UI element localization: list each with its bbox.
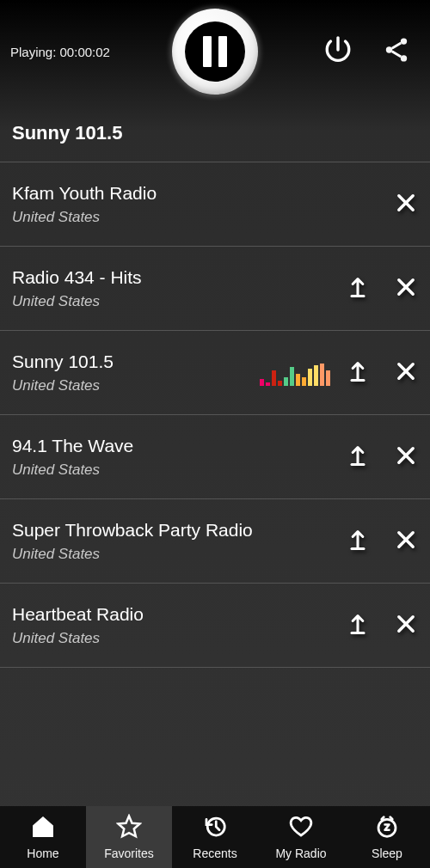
playing-status: Playing: 00:00:02 [10, 45, 110, 59]
remove-icon[interactable] [394, 275, 418, 303]
station-subtitle: United States [12, 462, 346, 479]
remove-icon[interactable] [394, 359, 418, 387]
favorites-icon [116, 814, 142, 843]
recents-icon [202, 814, 228, 843]
favorites-list: Kfam Youth Radio United States Radio 434… [0, 162, 430, 668]
sleep-icon [374, 814, 400, 843]
nav-label: Recents [193, 847, 236, 860]
station-row[interactable]: Heartbeat Radio United States [0, 584, 430, 668]
station-row[interactable]: 94.1 The Wave United States [0, 415, 430, 499]
station-subtitle: United States [12, 209, 394, 226]
remove-icon[interactable] [394, 528, 418, 555]
share-icon[interactable] [382, 35, 411, 68]
pause-button[interactable] [172, 9, 258, 95]
station-subtitle: United States [12, 293, 346, 310]
power-icon[interactable] [323, 35, 353, 68]
station-subtitle: United States [12, 377, 260, 394]
pause-icon [185, 21, 245, 82]
nav-recents[interactable]: Recents [172, 806, 258, 868]
nav-myradio[interactable]: My Radio [258, 806, 344, 868]
station-name: Super Throwback Party Radio [12, 520, 346, 541]
nav-sleep[interactable]: Sleep [344, 806, 430, 868]
nav-label: Home [27, 847, 58, 860]
station-row[interactable]: Super Throwback Party Radio United State… [0, 499, 430, 584]
nav-label: Sleep [372, 847, 402, 860]
nav-label: My Radio [275, 847, 326, 860]
station-name: Sunny 101.5 [12, 351, 260, 372]
station-name: 94.1 The Wave [12, 436, 346, 456]
remove-icon[interactable] [394, 443, 418, 471]
pin-icon[interactable] [346, 359, 370, 387]
remove-icon[interactable] [394, 612, 418, 639]
nav-home[interactable]: Home [0, 806, 86, 868]
station-name: Heartbeat Radio [12, 604, 346, 625]
station-subtitle: United States [12, 630, 346, 647]
station-subtitle: United States [12, 546, 346, 563]
myradio-icon [288, 814, 314, 843]
svg-point-0 [401, 38, 407, 44]
pin-icon[interactable] [346, 275, 370, 303]
now-playing-title: Sunny 101.5 [0, 103, 430, 162]
nav-favorites[interactable]: Favorites [86, 806, 172, 868]
home-icon [30, 814, 56, 843]
nav-label: Favorites [104, 847, 154, 860]
bottom-nav: HomeFavoritesRecentsMy RadioSleep [0, 806, 430, 868]
svg-point-2 [401, 55, 407, 61]
station-row[interactable]: Radio 434 - Hits United States [0, 247, 430, 331]
pin-icon[interactable] [346, 612, 370, 639]
station-row[interactable]: Sunny 101.5 United States [0, 331, 430, 415]
station-row[interactable]: Kfam Youth Radio United States [0, 162, 430, 247]
svg-point-1 [386, 46, 392, 52]
station-name: Radio 434 - Hits [12, 267, 346, 288]
pin-icon[interactable] [346, 443, 370, 471]
player-bar: Playing: 00:00:02 [0, 0, 430, 103]
pin-icon[interactable] [346, 528, 370, 555]
equalizer-icon [260, 360, 330, 386]
remove-icon[interactable] [394, 191, 418, 218]
station-name: Kfam Youth Radio [12, 183, 394, 204]
